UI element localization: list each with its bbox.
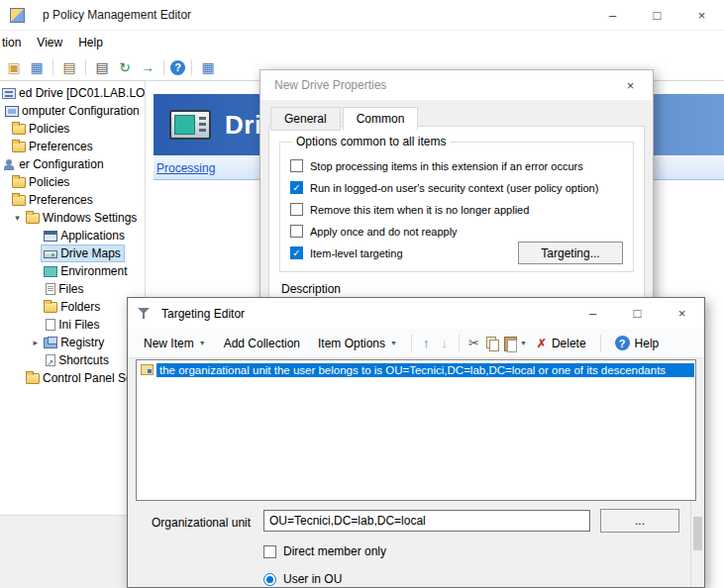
expander-open-icon[interactable]: ▾ (12, 213, 23, 223)
item-options-label: Item Options (318, 337, 385, 350)
direct-member-only-label: Direct member only (283, 544, 386, 558)
direct-member-only-checkbox[interactable] (263, 545, 276, 558)
tree-item-preferences-computer[interactable]: Preferences (0, 138, 145, 155)
item-options-button[interactable]: Item Options ▼ (310, 333, 405, 354)
delete-label: Delete (552, 337, 586, 350)
computer-icon (5, 106, 19, 117)
checkbox-label: Run in logged-on user's security context… (310, 182, 598, 194)
item-level-targeting-checkbox[interactable] (290, 246, 303, 259)
expander-closed-icon[interactable]: ▸ (30, 338, 41, 347)
maximize-button[interactable]: □ (615, 298, 660, 329)
tree-item-files[interactable]: Files (0, 280, 145, 298)
chevron-down-icon: ▼ (390, 340, 397, 346)
horizontal-scrollbar[interactable] (0, 515, 145, 529)
tree-item-folders[interactable]: Folders (0, 298, 145, 316)
cut-icon[interactable]: ✂ (465, 336, 482, 350)
stop-processing-checkbox[interactable] (290, 159, 303, 172)
menu-help[interactable]: Help (70, 33, 111, 52)
tab-common[interactable]: Common (343, 107, 419, 131)
help-button[interactable]: ? Help (607, 332, 668, 354)
toolbar-separator (411, 335, 412, 352)
scrollbar-thumb[interactable] (693, 517, 702, 550)
console-tree-icon[interactable]: ▦ (27, 57, 47, 77)
chevron-down-icon: ▼ (199, 340, 206, 346)
tree-item-preferences-user[interactable]: Preferences (0, 191, 145, 209)
paste-icon[interactable] (502, 336, 518, 351)
delete-button[interactable]: ✗ Delete (529, 333, 594, 354)
minimize-button[interactable]: – (570, 298, 615, 329)
printer-icon[interactable]: ▤ (92, 57, 112, 77)
refresh-icon[interactable]: ↻ (115, 57, 135, 77)
folder-icon (26, 373, 40, 384)
checkbox-row: Run in logged-on user's security context… (290, 181, 623, 194)
applications-icon (44, 231, 57, 242)
dialog-controls: – □ × (570, 298, 704, 329)
tab-general[interactable]: General (270, 107, 341, 131)
tree-item-label: Folders (60, 300, 100, 314)
copy-icon[interactable] (484, 336, 500, 351)
tree-item-user-configuration[interactable]: er Configuration (0, 155, 145, 173)
chevron-down-icon[interactable]: ▼ (520, 340, 527, 346)
window-title: p Policy Management Editor (43, 8, 191, 22)
window-controls: – □ × (590, 0, 724, 30)
tree-item-policies-user[interactable]: Policies (0, 173, 145, 191)
close-icon[interactable]: × (608, 70, 653, 100)
tree-pane-footer (0, 529, 145, 588)
help-icon[interactable]: ? (170, 60, 185, 75)
drive-banner-icon (169, 110, 211, 140)
checkbox-label: Remove this item when it is no longer ap… (310, 204, 529, 216)
drive-maps-icon (44, 250, 57, 258)
tree-item-label: er Configuration (19, 157, 103, 171)
tree-item-windows-settings[interactable]: ▾ Windows Settings (0, 209, 145, 227)
tree-item-label: Control Panel Sett (43, 371, 139, 385)
screen: p Policy Management Editor – □ × tion Vi… (0, 0, 724, 588)
move-down-icon: ↓ (436, 336, 453, 350)
tree-item-label: Files (58, 282, 83, 296)
targeting-rule-row[interactable]: the organizational unit the user belongs… (138, 361, 694, 378)
toolbar-separator (52, 59, 53, 75)
tree-item-drive-maps[interactable]: Drive Maps (0, 245, 145, 262)
tree-item-registry[interactable]: ▸ Registry (0, 334, 145, 351)
maximize-button[interactable]: □ (635, 0, 679, 30)
folder-icon (12, 142, 26, 152)
add-collection-button[interactable]: Add Collection (216, 333, 308, 354)
remove-when-not-applied-checkbox[interactable] (290, 203, 303, 216)
menu-view[interactable]: View (29, 33, 70, 52)
close-button[interactable]: × (660, 298, 704, 329)
organizational-unit-input[interactable] (263, 510, 590, 532)
run-in-user-context-checkbox[interactable] (290, 181, 303, 194)
menu-action[interactable]: tion (0, 33, 29, 52)
tree-item-label: Environment (60, 264, 127, 278)
tree-item-policies-computer[interactable]: Policies (0, 120, 145, 138)
tree-item-ini-files[interactable]: Ini Files (0, 316, 145, 334)
tree-item-computer-configuration[interactable]: omputer Configuration (0, 102, 145, 120)
vertical-scrollbar[interactable] (690, 501, 703, 587)
tree-item-control-panel-settings[interactable]: Control Panel Sett (0, 369, 145, 387)
apply-once-checkbox[interactable] (290, 225, 303, 238)
tree-item-mapped-drive[interactable]: ed Drive [DC01.LAB.LOCA (0, 84, 145, 102)
checkbox-row: Remove this item when it is no longer ap… (290, 203, 623, 216)
minimize-button[interactable]: – (590, 0, 635, 30)
export-list-icon[interactable]: → (138, 57, 157, 77)
move-up-icon[interactable]: ↑ (418, 336, 435, 350)
targeting-rule-list[interactable]: the organizational unit the user belongs… (136, 359, 696, 501)
tree-item-shortcuts[interactable]: Shortcuts (0, 351, 145, 369)
close-button[interactable]: × (679, 0, 724, 30)
targeting-button[interactable]: Targeting... (518, 242, 623, 264)
user-in-ou-radio[interactable] (263, 573, 276, 586)
new-item-button[interactable]: New Item ▼ (136, 333, 214, 354)
clipboard-icon[interactable]: ▤ (59, 57, 79, 77)
tree-item-label: ed Drive [DC01.LAB.LOCA (19, 86, 146, 100)
shortcuts-icon (46, 354, 55, 366)
list-view-icon[interactable]: ▦ (198, 57, 218, 77)
processing-link[interactable]: Processing (156, 161, 215, 175)
user-icon (2, 159, 16, 170)
checkbox-row: Apply once and do not reapply (290, 225, 623, 238)
browse-button[interactable]: ... (600, 509, 679, 533)
targeting-editor-dialog: Targeting Editor – □ × New Item ▼ Add Co… (127, 297, 705, 588)
dialog-titlebar: Targeting Editor – □ × (128, 298, 704, 329)
dialog-title: New Drive Properties (274, 78, 386, 92)
console-window-icon[interactable]: ▣ (4, 57, 24, 77)
tree-item-applications[interactable]: Applications (0, 227, 145, 245)
tree-item-environment[interactable]: Environment (0, 262, 145, 280)
